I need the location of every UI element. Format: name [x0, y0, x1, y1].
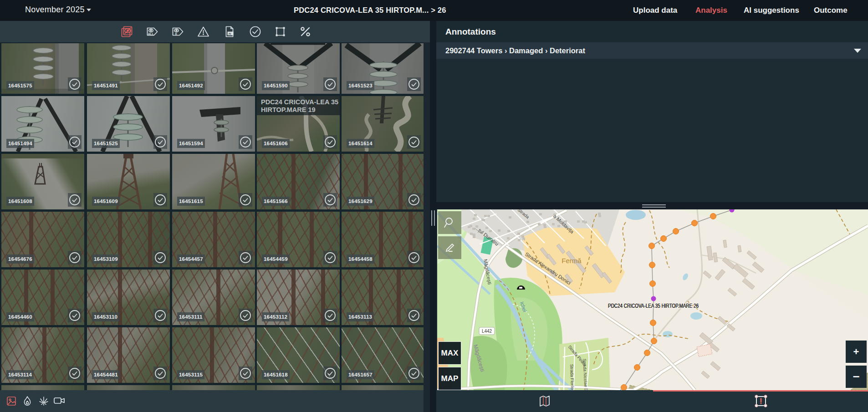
svg-text:AI: AI — [229, 32, 231, 35]
svg-text:PDC24 CRICOVA-LEA 35 HIRTOP.MA: PDC24 CRICOVA-LEA 35 HIRTOP.MARE 26 — [608, 302, 699, 309]
svg-text:L442: L442 — [482, 329, 492, 334]
svg-text:Strada Florilor: Strada Florilor — [569, 364, 575, 390]
svg-text:Fermă: Fermă — [562, 257, 582, 264]
svg-text:ALL: ALL — [148, 32, 154, 36]
svg-text:0: 0 — [175, 32, 177, 36]
